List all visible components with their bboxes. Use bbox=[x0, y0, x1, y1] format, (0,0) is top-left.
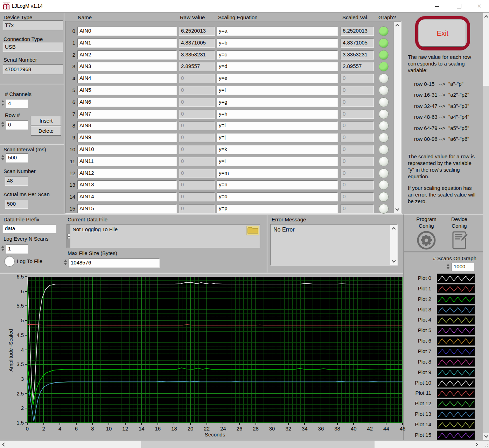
graph-toggle-led[interactable] bbox=[379, 157, 389, 166]
minimize-button[interactable] bbox=[429, 0, 445, 12]
x-tick-label: 26 bbox=[232, 426, 246, 432]
device-config-document-icon[interactable] bbox=[451, 230, 469, 251]
scaling-equation-input[interactable]: y=k bbox=[217, 145, 338, 154]
plot-legend-label: Plot 5 bbox=[407, 327, 431, 333]
channel-name-input[interactable]: AIN13 bbox=[77, 180, 177, 189]
window-scroll-right[interactable] bbox=[474, 441, 480, 448]
channel-name-input[interactable]: AIN1 bbox=[77, 39, 177, 48]
log-to-file-radio[interactable] bbox=[4, 256, 15, 267]
channel-name-input[interactable]: AIN12 bbox=[77, 169, 177, 178]
scaling-equation-input[interactable]: y=f bbox=[217, 86, 338, 95]
graph-toggle-led[interactable] bbox=[379, 109, 389, 119]
scaling-equation-input[interactable]: y=j bbox=[217, 133, 338, 142]
window-vertical-scrollbar[interactable] bbox=[483, 13, 489, 440]
graph-toggle-led[interactable] bbox=[379, 26, 389, 36]
graph-toggle-led[interactable] bbox=[379, 74, 389, 83]
channel-name-input[interactable]: AIN2 bbox=[77, 50, 177, 60]
channel-name-input[interactable]: AIN9 bbox=[77, 133, 177, 142]
insert-button[interactable]: Insert bbox=[31, 116, 61, 125]
scan-interval-input[interactable]: 500 bbox=[6, 153, 28, 163]
scaling-equation-input[interactable]: y=o bbox=[217, 192, 338, 201]
channel-name-input[interactable]: AIN6 bbox=[77, 98, 177, 107]
graph-toggle-led[interactable] bbox=[379, 85, 389, 95]
y-tick-mark bbox=[25, 335, 27, 336]
plot-legend-swatch bbox=[437, 378, 475, 388]
log-every-n-spinner[interactable] bbox=[1, 246, 5, 251]
x-tick-mark bbox=[207, 423, 207, 425]
error-scroll-up[interactable] bbox=[390, 226, 397, 231]
channel-name-input[interactable]: AIN3 bbox=[77, 62, 177, 71]
channels-spinner[interactable] bbox=[1, 100, 5, 106]
window-vscroll-thumb[interactable] bbox=[483, 86, 489, 433]
data-file-prefix-input[interactable]: data bbox=[3, 224, 56, 233]
window-horizontal-scrollbar[interactable] bbox=[0, 441, 480, 448]
window-hscroll-thumb[interactable] bbox=[141, 441, 375, 448]
plot-legend-swatch bbox=[437, 347, 475, 356]
program-config-gear-icon[interactable] bbox=[417, 230, 436, 250]
scans-on-graph-spinner[interactable] bbox=[446, 264, 450, 269]
scaling-equation-input[interactable]: y=n bbox=[217, 180, 338, 189]
graph-toggle-led[interactable] bbox=[379, 192, 389, 202]
graph-toggle-led[interactable] bbox=[379, 50, 389, 60]
log-every-n-input[interactable]: 1 bbox=[6, 244, 28, 254]
scaling-equation-input[interactable]: y=h bbox=[217, 110, 338, 119]
channel-name-input[interactable]: AIN7 bbox=[77, 110, 177, 119]
close-button[interactable]: × bbox=[471, 0, 487, 12]
path-grab-handle[interactable] bbox=[67, 225, 70, 248]
graph-toggle-led[interactable] bbox=[379, 97, 389, 107]
channel-name-input[interactable]: AIN0 bbox=[77, 27, 177, 36]
maximize-button[interactable] bbox=[451, 0, 467, 12]
graph-toggle-led[interactable] bbox=[379, 145, 389, 154]
channel-name-input[interactable]: AIN15 bbox=[77, 204, 177, 213]
max-file-size-input[interactable]: 1048576 bbox=[69, 259, 160, 268]
graph-toggle-led[interactable] bbox=[379, 62, 389, 71]
graph-toggle-led[interactable] bbox=[379, 121, 389, 131]
plot-legend-label: Plot 15 bbox=[407, 432, 431, 438]
error-scrollbar[interactable] bbox=[390, 225, 397, 265]
row-number-spinner[interactable] bbox=[1, 122, 5, 127]
channel-name-input[interactable]: AIN5 bbox=[77, 86, 177, 95]
scaling-equation-input[interactable]: y=a bbox=[217, 27, 338, 36]
channel-name-input[interactable]: AIN11 bbox=[77, 157, 177, 166]
folder-browse-button[interactable] bbox=[246, 226, 259, 235]
window-scroll-up[interactable] bbox=[483, 14, 489, 19]
current-data-file-box: Not Logging To File bbox=[67, 224, 260, 248]
channel-name-input[interactable]: AIN4 bbox=[77, 74, 177, 83]
scans-on-graph-input[interactable]: 1000 bbox=[452, 263, 474, 271]
col-header-scaled: Scaled Val. bbox=[342, 14, 369, 21]
resize-grip[interactable] bbox=[480, 441, 489, 448]
scaled-value-help-text: The scaled value for a row is represente… bbox=[408, 153, 476, 180]
graph-toggle-led[interactable] bbox=[379, 38, 389, 48]
window-scroll-left[interactable] bbox=[1, 441, 6, 448]
scaling-equation-input[interactable]: y=i bbox=[217, 121, 338, 130]
channel-name-input[interactable]: AIN8 bbox=[77, 121, 177, 130]
delete-button[interactable]: Delete bbox=[31, 126, 61, 136]
graph-toggle-led[interactable] bbox=[379, 180, 389, 190]
error-scroll-down[interactable] bbox=[390, 259, 397, 264]
scaling-equation-input[interactable]: y=e bbox=[217, 74, 338, 83]
scaling-equation-input[interactable]: y=p bbox=[217, 204, 338, 213]
scaling-equation-input[interactable]: y=m bbox=[217, 169, 338, 178]
scan-number-value: 48 bbox=[5, 177, 28, 186]
scan-interval-spinner[interactable] bbox=[1, 155, 5, 160]
graph-toggle-led[interactable] bbox=[379, 204, 389, 214]
table-scroll-down[interactable] bbox=[394, 207, 401, 212]
scaling-equation-input[interactable]: y=d bbox=[217, 62, 338, 71]
x-tick-mark bbox=[370, 423, 370, 425]
x-tick-mark bbox=[386, 423, 386, 425]
channels-input[interactable]: 4 bbox=[6, 99, 28, 108]
table-scroll-up[interactable] bbox=[394, 22, 401, 28]
graph-toggle-led[interactable] bbox=[379, 133, 389, 143]
scaling-equation-input[interactable]: y=c bbox=[217, 50, 338, 60]
window-scroll-down[interactable] bbox=[483, 434, 489, 439]
scaling-equation-input[interactable]: y=b bbox=[217, 39, 338, 48]
table-scrollbar[interactable] bbox=[394, 22, 401, 213]
graph-toggle-led[interactable] bbox=[379, 168, 389, 178]
channel-name-input[interactable]: AIN10 bbox=[77, 145, 177, 154]
x-tick-label: 6 bbox=[69, 426, 83, 432]
channel-name-input[interactable]: AIN14 bbox=[77, 192, 177, 201]
scaling-equation-input[interactable]: y=l bbox=[217, 157, 338, 166]
row-number-input[interactable]: 0 bbox=[6, 120, 28, 130]
max-file-size-spinner[interactable] bbox=[63, 260, 68, 265]
scaling-equation-input[interactable]: y=g bbox=[217, 98, 338, 107]
